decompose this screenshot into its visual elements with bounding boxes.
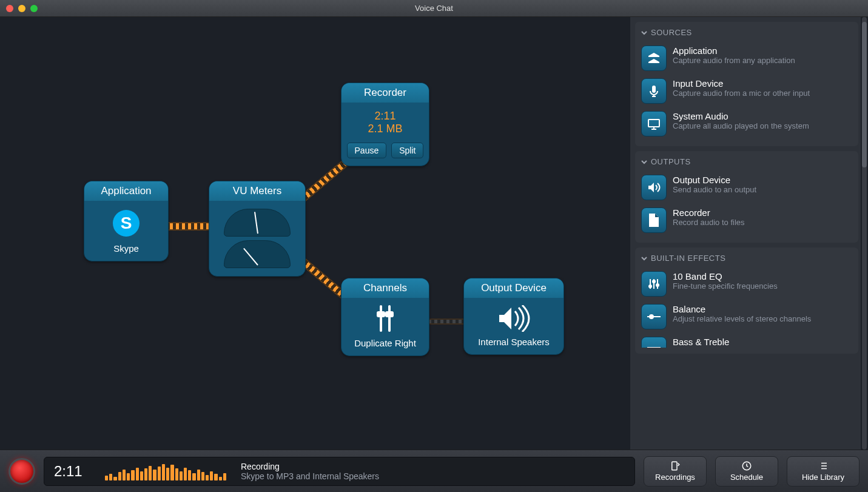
- schedule-button[interactable]: Schedule: [715, 456, 778, 487]
- effect-10-band-eq[interactable]: 10 Band EQFine-tune specific frequencies: [640, 268, 853, 300]
- recorder-size: 2.1 MB: [368, 123, 402, 135]
- vu-meter-icon: [224, 240, 291, 268]
- library-sidebar: SOURCES ApplicationCapture audio from an…: [630, 17, 861, 450]
- source-application[interactable]: ApplicationCapture audio from any applic…: [640, 42, 853, 75]
- window-minimize-button[interactable]: [18, 5, 25, 12]
- button-label: Recordings: [655, 473, 695, 482]
- button-label: Schedule: [730, 473, 763, 482]
- panel-header[interactable]: BUILT-IN EFFECTS: [640, 251, 853, 268]
- pipeline-canvas[interactable]: Application S Skype VU Meters Recorder 2…: [0, 17, 630, 450]
- chevron-down-icon: [641, 30, 647, 36]
- svg-point-6: [656, 284, 659, 286]
- source-title: Recorder: [673, 207, 745, 218]
- node-label: Skype: [113, 243, 139, 254]
- source-title: 10 Band EQ: [673, 271, 778, 281]
- source-desc: Adjust bass and treble: [673, 347, 751, 348]
- split-button[interactable]: Split: [391, 143, 423, 158]
- panel-title: BUILT-IN EFFECTS: [651, 254, 725, 263]
- status-label: Recording: [241, 462, 379, 471]
- source-title: Input Device: [673, 78, 810, 89]
- scrollbar-thumb[interactable]: [862, 22, 867, 167]
- node-application[interactable]: Application S Skype: [84, 181, 169, 261]
- panel-title: OUTPUTS: [651, 157, 691, 166]
- recordings-icon: [670, 460, 681, 471]
- source-title: System Audio: [673, 111, 809, 121]
- node-header: VU Meters: [209, 181, 305, 201]
- source-desc: Adjust relative levels of stereo channel…: [673, 314, 811, 323]
- source-desc: Send audio to an output: [673, 185, 756, 194]
- speaker-icon: [641, 175, 667, 200]
- cable: [164, 222, 212, 231]
- source-desc: Fine-tune specific frequencies: [673, 281, 778, 291]
- status-time: 2:11: [54, 463, 90, 480]
- source-title: Application: [673, 45, 795, 56]
- node-header: Application: [84, 181, 168, 201]
- panel-title: SOURCES: [651, 28, 692, 37]
- panel-sources: SOURCES ApplicationCapture audio from an…: [635, 22, 858, 146]
- scrollbar[interactable]: [862, 17, 867, 450]
- microphone-icon: [641, 78, 667, 104]
- record-button[interactable]: [8, 458, 35, 485]
- source-title: Output Device: [673, 175, 756, 185]
- monitor-icon: [641, 111, 667, 136]
- waveform-icon: [105, 462, 226, 480]
- panel-header[interactable]: SOURCES: [640, 25, 853, 42]
- panel-header[interactable]: OUTPUTS: [640, 155, 853, 171]
- recordings-button[interactable]: Recordings: [644, 456, 707, 487]
- output-output-device[interactable]: Output DeviceSend audio to an output: [640, 171, 853, 204]
- vu-meter-icon: [224, 209, 291, 237]
- node-header: Output Device: [464, 278, 564, 298]
- list-icon: [818, 460, 829, 471]
- chevron-down-icon: [641, 255, 647, 261]
- svg-point-4: [649, 285, 651, 288]
- balance-icon: [641, 304, 667, 329]
- node-vu-meters[interactable]: VU Meters: [209, 181, 306, 277]
- file-icon: [641, 207, 667, 233]
- speaker-icon: [497, 305, 531, 332]
- node-channels[interactable]: Channels Duplicate Right: [341, 278, 429, 356]
- output-recorder[interactable]: RecorderRecord audio to files: [640, 204, 853, 237]
- node-header: Channels: [341, 278, 429, 298]
- node-output-device[interactable]: Output Device Internal Speakers: [463, 278, 564, 355]
- recorder-time: 2:11: [374, 110, 395, 123]
- window-title: Voice Chat: [0, 4, 868, 13]
- application-icon: [641, 45, 667, 71]
- hide-library-button[interactable]: Hide Library: [787, 456, 860, 487]
- status-detail: Skype to MP3 and Internal Speakers: [241, 471, 379, 481]
- svg-text:S: S: [121, 214, 132, 232]
- source-desc: Capture all audio played on the system: [673, 121, 809, 130]
- effect-bass-treble[interactable]: Bass & TrebleAdjust bass and treble: [640, 333, 853, 348]
- button-label: Hide Library: [802, 473, 844, 482]
- source-system-audio[interactable]: System AudioCapture all audio played on …: [640, 107, 853, 140]
- source-title: Balance: [673, 304, 811, 314]
- status-panel: 2:11 Recording Skype to MP3 and Internal…: [44, 457, 635, 486]
- panel-outputs: OUTPUTS Output DeviceSend audio to an ou…: [635, 151, 858, 243]
- node-header: Recorder: [341, 83, 429, 103]
- skype-icon: S: [111, 208, 141, 238]
- window-zoom-button[interactable]: [30, 5, 38, 12]
- cable: [428, 318, 466, 325]
- titlebar: Voice Chat: [0, 0, 868, 17]
- pause-button[interactable]: Pause: [347, 143, 387, 158]
- svg-rect-3: [648, 120, 659, 127]
- source-title: Bass & Treble: [673, 337, 751, 347]
- svg-rect-8: [672, 462, 677, 470]
- chevron-down-icon: [641, 159, 647, 165]
- svg-point-7: [650, 315, 653, 318]
- svg-point-5: [653, 280, 655, 283]
- node-label: Internal Speakers: [478, 337, 550, 347]
- bass-treble-icon: [641, 337, 667, 348]
- node-label: Duplicate Right: [354, 338, 416, 348]
- panel-effects: BUILT-IN EFFECTS 10 Band EQFine-tune spe…: [635, 248, 858, 354]
- source-desc: Record audio to files: [673, 218, 745, 227]
- clock-icon: [741, 460, 752, 471]
- eq-icon: [641, 271, 667, 297]
- window-close-button[interactable]: [6, 5, 13, 12]
- source-input-device[interactable]: Input DeviceCapture audio from a mic or …: [640, 75, 853, 107]
- svg-rect-2: [652, 86, 656, 93]
- effect-balance[interactable]: BalanceAdjust relative levels of stereo …: [640, 300, 853, 333]
- source-desc: Capture audio from any application: [673, 56, 795, 65]
- source-desc: Capture audio from a mic or other input: [673, 89, 810, 98]
- node-recorder[interactable]: Recorder 2:11 2.1 MB Pause Split: [341, 83, 429, 166]
- bottom-bar: 2:11 Recording Skype to MP3 and Internal…: [0, 450, 868, 492]
